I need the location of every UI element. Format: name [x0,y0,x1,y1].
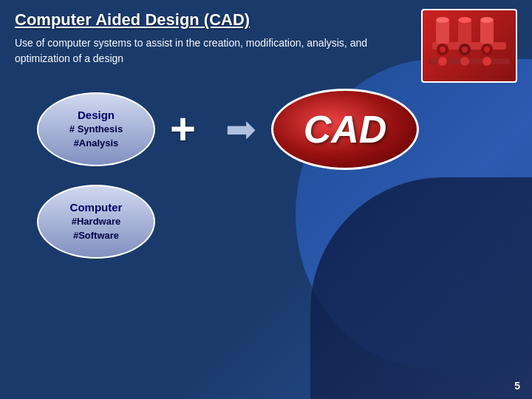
arrow-icon: ➡ [225,111,256,148]
cad-label: CAD [304,107,387,151]
design-item2: #Analysis [74,137,119,150]
computer-item2: #Software [73,229,119,242]
cad-result-ellipse: CAD [271,89,419,170]
subtitle-text: Use of computer systems to assist in the… [15,35,369,66]
design-ellipse: Design # Synthesis #Analysis [37,92,155,166]
design-label: Design [78,109,115,121]
arrow-cad-group: ➡ CAD [211,89,419,170]
diagram-row1: Design # Synthesis #Analysis + ➡ CAD [15,89,517,170]
page-number: 5 [514,380,520,392]
design-item1: # Synthesis [69,123,123,136]
page-title: Computer Aided Design (CAD) [15,10,517,30]
plus-icon: + [170,107,196,151]
main-content: Computer Aided Design (CAD) Use of compu… [0,0,532,269]
computer-ellipse: Computer #Hardware #Software [37,185,155,259]
diagram-row2: Computer #Hardware #Software [15,185,517,259]
computer-label: Computer [70,201,123,214]
computer-item1: #Hardware [72,215,120,228]
